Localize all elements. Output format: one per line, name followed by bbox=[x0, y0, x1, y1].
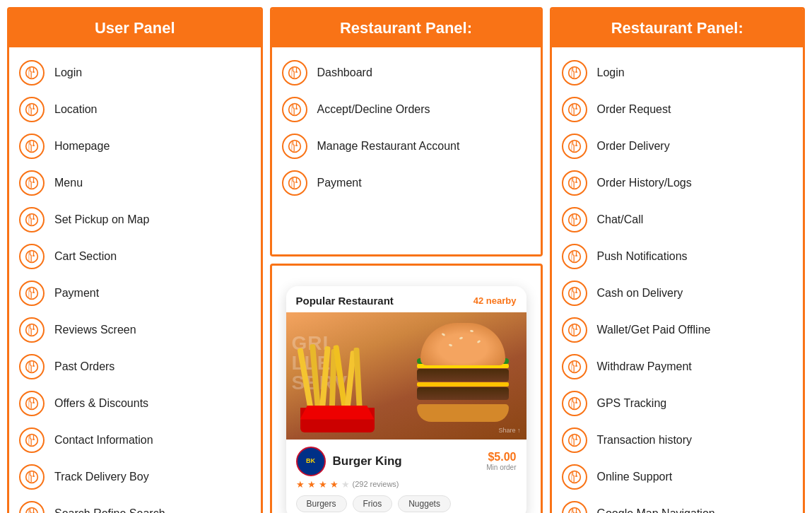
card-popular-title: Popular Restaurant bbox=[296, 295, 394, 307]
panel-item: Push Notifications bbox=[562, 238, 794, 275]
panel-item: Order Delivery bbox=[562, 128, 794, 165]
fork-knife-icon bbox=[19, 170, 45, 196]
svg-point-23 bbox=[568, 288, 580, 300]
card-bottom: BK Burger King $5.00 Min order ★ ★ ★ bbox=[286, 440, 526, 514]
item-label: Cash on Delivery bbox=[597, 286, 683, 301]
bk-logo: BK bbox=[296, 447, 326, 476]
fork-knife-icon bbox=[562, 428, 587, 453]
fork-knife-icon bbox=[562, 207, 587, 232]
card-food-image: GRILLESERV bbox=[286, 312, 526, 440]
restaurant-left-header: Restaurant Panel: bbox=[272, 9, 541, 47]
svg-point-15 bbox=[288, 141, 300, 153]
fork-knife-icon bbox=[562, 170, 587, 196]
fork-knife-icon bbox=[19, 134, 45, 159]
bun-top bbox=[420, 323, 505, 365]
item-label: Offers & Discounts bbox=[54, 396, 148, 411]
svg-point-16 bbox=[288, 177, 300, 189]
restaurant-card: Popular Restaurant 42 nearby GRILLESERV bbox=[286, 286, 526, 514]
item-label: Past Orders bbox=[54, 360, 114, 375]
panel-item: Location bbox=[19, 91, 251, 128]
restaurant-right-body: Login Order Request Order Delivery Order… bbox=[552, 47, 804, 513]
panel-item: Menu bbox=[19, 165, 251, 201]
panel-item: Past Orders bbox=[19, 348, 251, 385]
fries-illustration bbox=[300, 341, 378, 432]
svg-point-0 bbox=[26, 67, 38, 79]
fork-knife-icon bbox=[19, 354, 45, 379]
fork-knife-icon bbox=[19, 501, 45, 513]
item-label: Chat/Call bbox=[597, 213, 644, 228]
item-label: GPS Tracking bbox=[597, 396, 667, 411]
item-label: Online Support bbox=[597, 470, 673, 485]
item-label: Login bbox=[597, 66, 625, 81]
svg-point-10 bbox=[26, 435, 38, 447]
fork-knife-icon bbox=[562, 501, 587, 513]
burger-illustration bbox=[413, 323, 512, 422]
restaurant-right-header: Restaurant Panel: bbox=[552, 9, 804, 47]
star-3: ★ bbox=[319, 479, 327, 490]
item-label: Payment bbox=[54, 286, 99, 301]
svg-point-22 bbox=[568, 251, 580, 263]
fork-knife-icon bbox=[562, 354, 587, 379]
panel-item: Withdraw Payment bbox=[562, 348, 794, 385]
panel-item: Dashboard bbox=[282, 54, 531, 91]
svg-point-2 bbox=[26, 141, 38, 153]
svg-point-17 bbox=[568, 67, 580, 79]
item-label: Order History/Logs bbox=[597, 176, 692, 191]
card-section: Popular Restaurant 42 nearby GRILLESERV bbox=[270, 264, 543, 513]
svg-point-25 bbox=[568, 361, 580, 373]
panel-item: Cash on Delivery bbox=[562, 275, 794, 312]
restaurant-name: Burger King bbox=[333, 454, 402, 468]
panel-item: Cart Section bbox=[19, 238, 251, 275]
bun-bottom bbox=[417, 404, 509, 422]
svg-point-19 bbox=[568, 141, 580, 153]
item-label: Track Delivery Boy bbox=[54, 470, 149, 485]
fork-knife-icon bbox=[19, 391, 45, 416]
star-2: ★ bbox=[307, 479, 316, 490]
food-tag: Frios bbox=[353, 495, 393, 512]
svg-point-21 bbox=[568, 214, 580, 226]
user-panel-header: User Panel bbox=[9, 9, 261, 47]
item-label: Search Refine Search bbox=[54, 507, 165, 513]
main-container: User Panel Login Location Homepage Menu … bbox=[0, 0, 812, 513]
fork-knife-icon bbox=[19, 207, 45, 232]
panel-item: Online Support bbox=[562, 459, 794, 495]
fork-knife-icon bbox=[19, 244, 45, 269]
item-label: Location bbox=[54, 102, 98, 117]
item-label: Order Request bbox=[597, 102, 671, 117]
item-label: Login bbox=[54, 66, 82, 81]
star-4: ★ bbox=[330, 479, 339, 490]
item-label: Cart Section bbox=[54, 249, 117, 264]
item-label: Set Pickup on Map bbox=[54, 213, 149, 228]
panel-item: Track Delivery Boy bbox=[19, 459, 251, 495]
svg-point-24 bbox=[568, 324, 580, 336]
svg-point-12 bbox=[26, 508, 38, 513]
panel-item: Set Pickup on Map bbox=[19, 201, 251, 238]
item-label: Push Notifications bbox=[597, 249, 688, 264]
restaurant-logo-name: BK Burger King bbox=[296, 447, 402, 476]
fork-knife-icon bbox=[19, 464, 45, 490]
food-tag: Burgers bbox=[296, 495, 347, 512]
panel-item: Search Refine Search bbox=[19, 495, 251, 513]
card-nearby-count: 42 nearby bbox=[473, 295, 517, 306]
bk-logo-text: BK bbox=[306, 458, 315, 465]
restaurant-left-body: Dashboard Accept/Decline Orders Manage R… bbox=[272, 47, 541, 254]
panel-item: Chat/Call bbox=[562, 201, 794, 238]
panel-item: Order Request bbox=[562, 91, 794, 128]
item-label: Google Map Navigation bbox=[597, 507, 715, 513]
item-label: Order Delivery bbox=[597, 139, 670, 154]
share-watermark: Share ↑ bbox=[498, 427, 520, 434]
item-label: Payment bbox=[317, 176, 362, 191]
panel-item: Payment bbox=[19, 275, 251, 312]
panel-item: Order History/Logs bbox=[562, 165, 794, 201]
item-label: Homepage bbox=[54, 139, 110, 154]
svg-point-1 bbox=[26, 104, 38, 116]
star-5: ★ bbox=[341, 479, 350, 490]
svg-point-3 bbox=[26, 177, 38, 189]
panel-item: Reviews Screen bbox=[19, 312, 251, 348]
svg-point-4 bbox=[26, 214, 38, 226]
restaurant-panel-left: Restaurant Panel: Dashboard Accept/Decli… bbox=[270, 7, 543, 256]
fork-knife-icon bbox=[19, 428, 45, 453]
svg-point-14 bbox=[288, 104, 300, 116]
panel-item: Transaction history bbox=[562, 422, 794, 459]
restaurant-panel-right: Restaurant Panel: Login Order Request Or… bbox=[550, 7, 806, 513]
